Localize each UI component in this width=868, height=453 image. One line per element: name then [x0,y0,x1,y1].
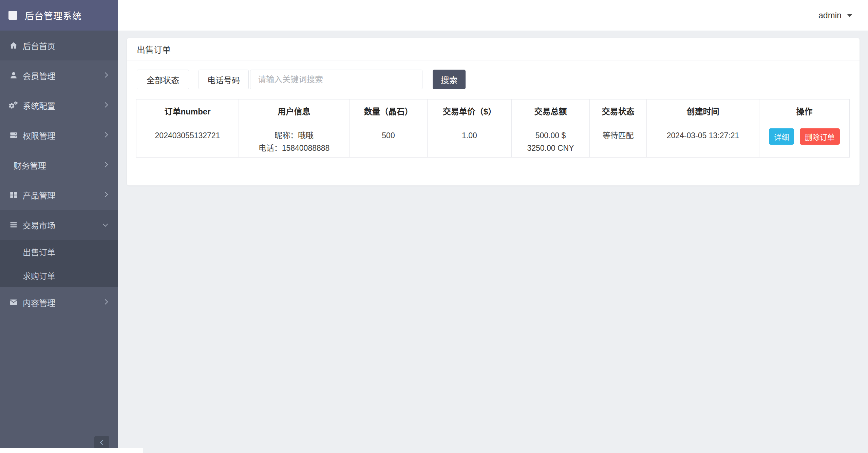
mail-icon [9,298,18,307]
chevron-right-icon [103,192,108,197]
filter-bar: 全部状态 电话号码 搜索 [137,70,850,89]
col-created-at: 创建时间 [647,99,759,122]
sidebar-item-market[interactable]: 交易市场 [0,210,118,240]
phone-field-select[interactable]: 电话号码 [199,70,249,89]
admin-app: 后台管理系统 后台首页 会员管理 [0,0,868,453]
orders-table: 订单number 用户信息 数量（晶石） 交易单价（$） 交易总额 交易状态 创… [136,99,850,158]
total-cny: 3250.00 CNY [512,142,589,155]
col-quantity: 数量（晶石） [350,99,428,122]
gears-icon [9,101,18,110]
chevron-down-icon [103,221,108,227]
user-dropdown[interactable]: admin [818,0,852,31]
sidebar-item-finance[interactable]: 财务管理 [0,150,118,180]
app-title: 后台管理系统 [25,9,82,22]
panel-header: 出售订单 [127,38,860,60]
sidebar-item-system-config[interactable]: 系统配置 [0,90,118,120]
user-nickname: 昵称：哦哦 [239,129,349,142]
detail-button[interactable]: 详细 [769,128,794,145]
sidebar-collapse-button[interactable] [94,436,109,449]
chevron-right-icon [103,132,108,138]
user-phone: 电话：15840088888 [239,142,349,155]
col-order-number: 订单number [136,99,239,122]
sidebar-nav: 后台首页 会员管理 系统配置 [0,31,118,317]
delete-order-button[interactable]: 删除订单 [800,128,840,145]
sidebar: 后台管理系统 后台首页 会员管理 [0,0,118,453]
grid-icon [9,191,18,199]
cell-order-number: 202403055132721 [136,122,239,158]
username-label: admin [818,11,842,20]
sidebar-item-permissions[interactable]: 权限管理 [0,120,118,150]
status-select[interactable]: 全部状态 [137,70,189,89]
cell-actions: 详细 删除订单 [759,122,850,158]
sell-orders-panel: 出售订单 全部状态 电话号码 搜索 订单number 用户信息 数量（晶石） 交… [127,38,860,185]
home-icon [9,41,18,50]
sidebar-subitem-buy-orders[interactable]: 求购订单 [0,264,118,287]
chevron-right-icon [103,102,108,108]
sidebar-item-content[interactable]: 内容管理 [0,287,118,317]
caret-down-icon [847,14,852,17]
col-total: 交易总额 [512,99,590,122]
table-row: 202403055132721 昵称：哦哦 电话：15840088888 500… [136,122,850,158]
menu-bars-icon [9,220,18,229]
search-button[interactable]: 搜索 [433,70,466,89]
sidebar-subitem-sell-orders[interactable]: 出售订单 [0,240,118,264]
table-header-row: 订单number 用户信息 数量（晶石） 交易单价（$） 交易总额 交易状态 创… [136,99,850,122]
col-user-info: 用户信息 [239,99,350,122]
cell-created-at: 2024-03-05 13:27:21 [647,122,759,158]
user-icon [9,71,18,80]
col-unit-price: 交易单价（$） [428,99,512,122]
sidebar-item-products[interactable]: 产品管理 [0,180,118,210]
keyword-search-input[interactable] [250,70,422,89]
chevron-right-icon [103,299,108,305]
logo-square-icon [8,11,17,20]
sidebar-item-home[interactable]: 后台首页 [0,31,118,60]
app-logo: 后台管理系统 [0,0,118,31]
page-title: 出售订单 [137,43,171,55]
cell-user-info: 昵称：哦哦 电话：15840088888 [239,122,350,158]
chevron-right-icon [103,162,108,167]
cell-unit-price: 1.00 [428,122,512,158]
cell-status: 等待匹配 [590,122,647,158]
col-status: 交易状态 [590,99,647,122]
cell-total: 500.00 $ 3250.00 CNY [512,122,590,158]
chevron-left-icon [100,440,105,445]
cell-quantity: 500 [350,122,428,158]
bottom-white-strip [0,448,143,453]
topbar: admin [118,0,868,31]
col-actions: 操作 [759,99,850,122]
chevron-right-icon [103,72,108,78]
total-usd: 500.00 $ [512,129,589,142]
server-icon [9,131,18,140]
sidebar-item-members[interactable]: 会员管理 [0,60,118,90]
